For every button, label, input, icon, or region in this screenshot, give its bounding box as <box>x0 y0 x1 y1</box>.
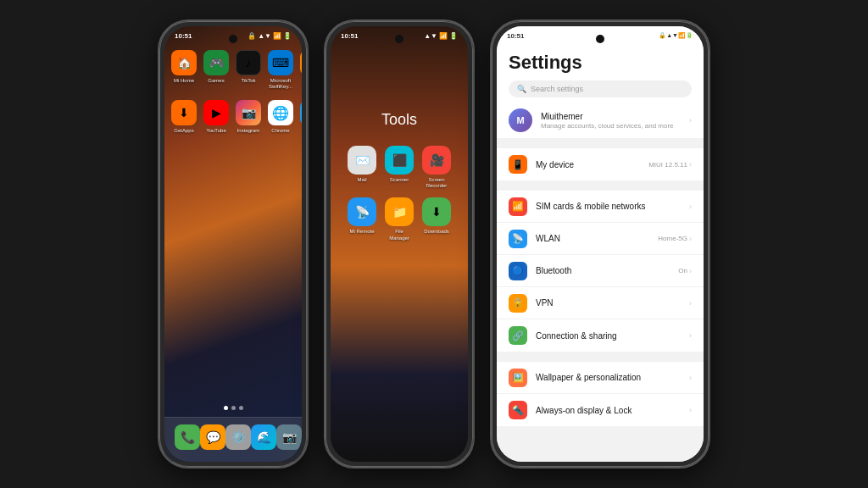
phone-1: 10:51 🔒 ▲▼ 📶 🔋 🏠 Mi Home 🎮 <box>158 19 309 469</box>
sim-item[interactable]: 📶 SIM cards & mobile networks › <box>497 191 704 223</box>
punch-hole-camera <box>229 35 237 43</box>
wlan-chevron: › <box>689 235 692 243</box>
vpn-chevron: › <box>689 299 692 308</box>
phone-1-screen: 10:51 🔒 ▲▼ 📶 🔋 🏠 Mi Home 🎮 <box>164 26 302 462</box>
dock-phone[interactable]: 📞 <box>175 424 200 450</box>
app-chrome[interactable]: 🌐 Chrome <box>268 100 293 134</box>
phone-2-screen: 10:51 ▲▼ 📶 🔋 Tools ✉️ Mail ⬛ Scanner <box>331 26 468 462</box>
always-on-chevron: › <box>689 406 692 414</box>
settings-header: Settings 🔍 Search settings <box>497 45 704 103</box>
vpn-icon: 🔒 <box>509 294 527 313</box>
app-instagram[interactable]: 📷 Instagram <box>236 100 261 134</box>
tools-screen: Tools ✉️ Mail ⬛ Scanner 🎥 Screen Recorde… <box>331 26 468 462</box>
user-section: M Miuithemer Manage accounts, cloud serv… <box>497 103 704 138</box>
wallpaper-item[interactable]: 🖼️ Wallpaper & personalization › <box>497 362 704 394</box>
tool-file-manager[interactable]: 📁 File Manager <box>385 197 414 241</box>
always-on-item[interactable]: 🔦 Always-on display & Lock › <box>497 394 704 426</box>
vpn-title: VPN <box>536 298 681 308</box>
tool-mail[interactable]: ✉️ Mail <box>348 146 376 189</box>
wallpaper-chevron: › <box>689 374 692 382</box>
wlan-icon: 📡 <box>509 230 527 248</box>
bottom-dock: 📞 💬 ⚙️ 🌊 📷 <box>164 417 302 462</box>
app-youtube[interactable]: ▶ YouTube <box>203 100 229 134</box>
settings-time: 10:51 <box>507 32 524 40</box>
display-section: 🖼️ Wallpaper & personalization › 🔦 <box>497 362 704 426</box>
my-device-info: My device <box>536 160 640 169</box>
bluetooth-item[interactable]: 🔵 Bluetooth On › <box>497 255 704 287</box>
app-getapps[interactable]: ⬇ GetApps <box>171 100 197 134</box>
wlan-value: Home-5G <box>658 235 687 242</box>
user-profile-item[interactable]: M Miuithemer Manage accounts, cloud serv… <box>497 103 704 138</box>
search-bar[interactable]: 🔍 Search settings <box>509 80 692 97</box>
settings-title: Settings <box>509 52 692 74</box>
user-name: Miuithemer <box>541 112 681 121</box>
wallpaper-icon: 🖼️ <box>509 369 527 387</box>
my-device-chevron: › <box>689 160 692 169</box>
my-device-section: 📱 My device MIUI 12.5.11 › <box>497 148 704 180</box>
bluetooth-chevron: › <box>689 267 692 275</box>
settings-screen: 10:51 🔒▲▼📶🔋 Settings 🔍 Search settings <box>497 26 704 462</box>
status-time-1: 10:51 <box>175 32 192 40</box>
app-twitter[interactable]: 🐦 Twitter <box>300 100 302 134</box>
network-section: 📶 SIM cards & mobile networks › 📡 <box>497 191 704 352</box>
connection-icon: 🔗 <box>509 326 527 345</box>
settings-content: M Miuithemer Manage accounts, cloud serv… <box>497 103 704 462</box>
home-screen: 🏠 Mi Home 🎮 Games ♪ TikTok ⌨ Microsoft S… <box>164 26 302 462</box>
tool-screen-recorder[interactable]: 🎥 Screen Recorder <box>422 146 451 189</box>
punch-hole-3 <box>596 35 604 43</box>
wallpaper-title: Wallpaper & personalization <box>536 373 681 382</box>
dot-2 <box>231 406 236 410</box>
dock-messages[interactable]: 💬 <box>200 424 225 450</box>
dot-1 <box>224 406 228 410</box>
app-games[interactable]: 🎮 Games <box>203 50 229 90</box>
user-subtitle: Manage accounts, cloud services, and mor… <box>541 122 681 130</box>
search-placeholder: Search settings <box>531 85 583 93</box>
connection-title: Connection & sharing <box>536 331 681 341</box>
dock-camera[interactable]: 📷 <box>276 424 302 450</box>
search-icon: 🔍 <box>517 85 526 93</box>
my-device-title: My device <box>536 160 640 169</box>
punch-hole-2 <box>395 35 403 43</box>
tool-downloads[interactable]: ⬇ Downloads <box>422 197 451 241</box>
status-icons-1: 🔒 ▲▼ 📶 🔋 <box>248 32 292 40</box>
wlan-title: WLAN <box>536 234 649 243</box>
user-info: Miuithemer Manage accounts, cloud servic… <box>541 112 681 130</box>
avatar: M <box>509 108 532 132</box>
wlan-item[interactable]: 📡 WLAN Home-5G › <box>497 223 704 255</box>
sim-title: SIM cards & mobile networks <box>536 202 681 211</box>
my-device-item[interactable]: 📱 My device MIUI 12.5.11 › <box>497 148 704 180</box>
bluetooth-title: Bluetooth <box>536 266 670 275</box>
sim-chevron: › <box>689 202 692 211</box>
phones-container: 10:51 🔒 ▲▼ 📶 🔋 🏠 Mi Home 🎮 <box>0 0 868 488</box>
page-dots <box>164 406 302 417</box>
bluetooth-value: On <box>678 267 687 274</box>
app-mi-home[interactable]: 🏠 Mi Home <box>171 50 197 90</box>
tool-mi-remote[interactable]: 📡 Mi Remote <box>348 197 376 241</box>
always-on-icon: 🔦 <box>509 401 527 419</box>
tool-scanner[interactable]: ⬛ Scanner <box>385 146 414 189</box>
tools-grid: ✉️ Mail ⬛ Scanner 🎥 Screen Recorder 📡 Mi… <box>331 146 468 241</box>
my-device-icon: 📱 <box>509 155 527 174</box>
vpn-item[interactable]: 🔒 VPN › <box>497 287 704 319</box>
dot-3 <box>239 406 243 410</box>
app-vlc[interactable]: ▶ VLC <box>300 50 302 90</box>
user-chevron: › <box>689 116 692 125</box>
my-device-value: MIUI 12.5.11 <box>648 161 687 169</box>
phone-2: 10:51 ▲▼ 📶 🔋 Tools ✉️ Mail ⬛ Scanner <box>324 19 475 469</box>
status-time-2: 10:51 <box>341 32 358 40</box>
folder-title: Tools <box>381 111 417 129</box>
app-tiktok[interactable]: ♪ TikTok <box>236 50 261 90</box>
phone-3-screen: 10:51 🔒▲▼📶🔋 Settings 🔍 Search settings <box>497 26 704 462</box>
app-grid-row2: ⬇ GetApps ▶ YouTube 📷 Instagram 🌐 Chrome <box>164 97 302 141</box>
dock-settings[interactable]: ⚙️ <box>225 424 251 450</box>
connection-item[interactable]: 🔗 Connection & sharing › <box>497 319 704 352</box>
dock-gallery[interactable]: 🌊 <box>251 424 276 450</box>
connection-chevron: › <box>689 331 692 340</box>
app-swiftkey[interactable]: ⌨ Microsoft SwiftKey... <box>268 50 293 90</box>
always-on-title: Always-on display & Lock <box>536 406 681 415</box>
sim-icon: 📶 <box>509 197 527 216</box>
phone-3: 10:51 🔒▲▼📶🔋 Settings 🔍 Search settings <box>490 19 710 469</box>
bluetooth-icon: 🔵 <box>509 262 527 280</box>
